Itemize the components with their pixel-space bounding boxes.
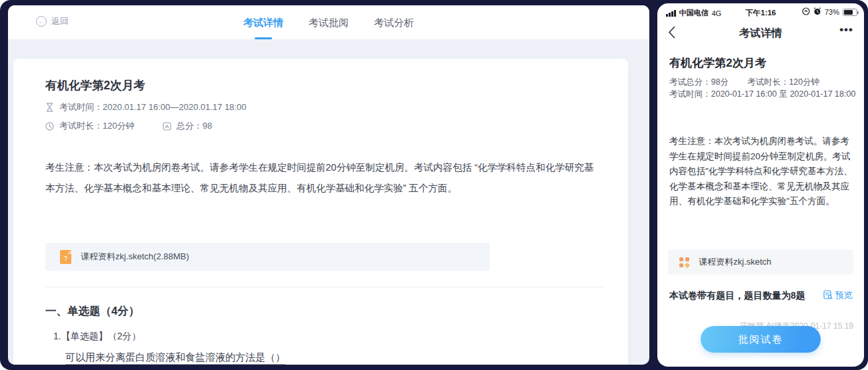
exam-notice: 考生注意：本次考试为机房闭卷考试。请参考学生在规定时间提前20分钟至制定机房。考… xyxy=(45,157,603,199)
desktop-panel: ← 返回 考试详情 考试批阅 考试分析 有机化学第2次月考 考试时间：2020.… xyxy=(8,5,649,365)
mobile-time-label: 考试时间：2020-01-17 16:00 至 2020-01-17 18:00 xyxy=(669,89,855,100)
question-text: 可以用来分离蛋白质溶液和食盐溶液的方法是（） xyxy=(65,351,285,365)
screenshot-frame: ← 返回 考试详情 考试批阅 考试分析 有机化学第2次月考 考试时间：2020.… xyxy=(0,0,868,370)
exam-duration-label: 考试时长：120分钟 xyxy=(59,120,135,132)
battery-percent: 73% xyxy=(825,8,839,16)
tab-bar: 考试详情 考试批阅 考试分析 xyxy=(8,5,649,40)
mobile-duration-label: 考试时长：120分钟 xyxy=(747,77,819,88)
phone-status-bar: 中国电信 4G 下午1:16 73% xyxy=(657,7,864,19)
exam-duration-score-row: 考试时长：120分钟 总分：98 xyxy=(45,120,212,132)
sketch-file-icon xyxy=(679,257,689,267)
score-icon xyxy=(163,122,171,131)
more-options-button[interactable]: ••• xyxy=(839,23,853,37)
rotation-lock-icon xyxy=(802,7,810,17)
review-exam-button[interactable]: 批阅试卷 xyxy=(701,326,821,353)
phone-nav-title: 考试详情 xyxy=(657,27,864,41)
exam-time-row: 考试时间：2020.01.17 16:00—2020.01.17 18:00 xyxy=(45,101,246,113)
phone-panel: 中国电信 4G 下午1:16 73% 考试详情 ••• 有机化学第2 xyxy=(657,3,864,367)
exam-score-label: 总分：98 xyxy=(177,120,212,132)
phone-nav-bar: 考试详情 ••• xyxy=(657,22,864,43)
tab-exam-detail[interactable]: 考试详情 xyxy=(242,7,285,39)
mobile-exam-notice: 考生注意：本次考试为机房闭卷考试。请参考学生在规定时间提前20分钟至制定机房。考… xyxy=(669,134,853,209)
preview-link[interactable]: 预览 xyxy=(823,289,853,301)
preview-label: 预览 xyxy=(835,289,853,301)
question-header: 1.【单选题】（2分） xyxy=(53,331,141,343)
question-count-info: 本试卷带有题目，题目数量为8题 xyxy=(669,290,805,302)
desktop-header: ← 返回 考试详情 考试批阅 考试分析 xyxy=(8,5,649,40)
exam-time-label: 考试时间：2020.01.17 16:00—2020.01.17 18:00 xyxy=(59,101,246,113)
battery-icon xyxy=(843,9,857,16)
status-right: 73% xyxy=(802,7,857,17)
exam-title: 有机化学第2次月考 xyxy=(45,77,145,93)
section-title: 一、单选题（4分） xyxy=(45,304,139,319)
file-icon: ? xyxy=(60,250,71,264)
mobile-attachment-label: 课程资料zkj.sketch xyxy=(699,256,771,268)
attachment-row[interactable]: ? 课程资料zkj.sketch(2.88MB) xyxy=(45,243,490,271)
tab-exam-review[interactable]: 考试批阅 xyxy=(307,7,350,39)
clock-icon xyxy=(45,122,54,131)
mobile-exam-title: 有机化学第2次月考 xyxy=(669,55,766,71)
preview-doc-icon xyxy=(823,290,833,301)
tab-exam-analysis[interactable]: 考试分析 xyxy=(373,7,415,39)
mobile-attachment-row[interactable]: 课程资料zkj.sketch xyxy=(668,249,853,275)
divider xyxy=(45,287,604,287)
exam-detail-card: 有机化学第2次月考 考试时间：2020.01.17 16:00—2020.01.… xyxy=(13,59,628,365)
alarm-icon xyxy=(813,7,821,17)
attachment-label: 课程资料zkj.sketch(2.88MB) xyxy=(81,251,189,263)
mobile-total-score-label: 考试总分：98分 xyxy=(669,77,729,88)
mobile-meta-row-1: 考试总分：98分 考试时长：120分钟 xyxy=(669,77,819,88)
hourglass-icon xyxy=(45,103,54,112)
